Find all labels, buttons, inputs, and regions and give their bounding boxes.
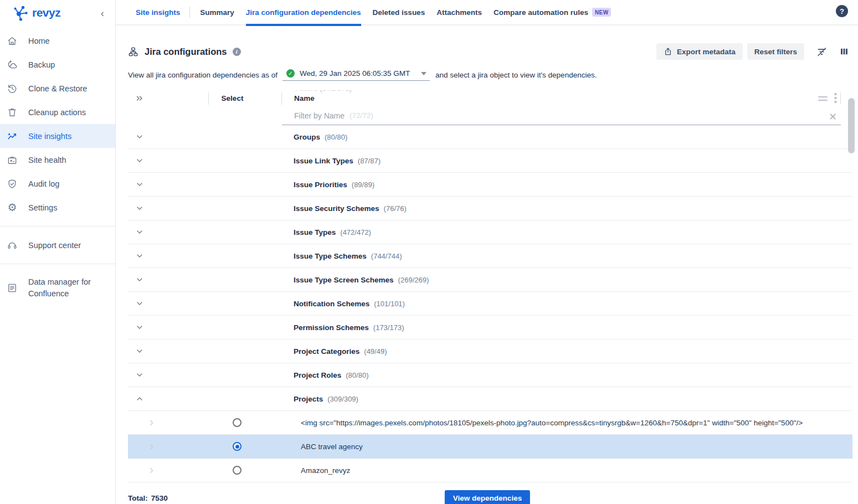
category-count: (744/744) [371,252,402,260]
chevron-down-icon[interactable] [135,347,144,356]
header-actions: Export metadata Reset filters [652,43,849,60]
tab-label: Attachments [436,8,482,17]
export-metadata-label: Export metadata [677,48,736,56]
sidebar-item-site-health[interactable]: Site health [0,148,115,172]
table-row-img-src-https-images-pexels-com-photos-1[interactable]: <img src="https://images.pexels.com/phot… [128,411,852,435]
filter-placeholder: Filter by Name [294,111,345,120]
sidebar-item-site-insights[interactable]: Site insights [0,124,115,148]
column-header-select: Select [209,94,281,102]
clear-all-filters-icon[interactable] [816,46,828,58]
project-name: ABC travel agency [301,443,363,451]
caret-down-icon [421,72,427,75]
table-row-issue-types[interactable]: Issue Types (472/472) [128,220,852,244]
table-row-issue-type-screen-schemes[interactable]: Issue Type Screen Schemes (269/269) [128,268,852,292]
column-lines-icon[interactable] [818,96,828,101]
sidebar-item-clone-restore[interactable]: Clone & Restore [0,76,115,100]
site-insights-icon [7,131,18,142]
view-dependencies-button[interactable]: View dependencies [445,490,530,504]
clear-filter-icon[interactable]: ✕ [829,112,837,122]
chevron-down-icon[interactable] [135,132,144,141]
chevron-down-icon[interactable] [135,204,144,213]
sidebar-item-settings[interactable]: ⚙ Settings [0,196,115,219]
sidebar-item-data-manager-for-confluence[interactable]: Data manager for Confluence [0,271,115,305]
sidebar-item-home[interactable]: Home [0,29,115,53]
page-title: Jira configurations [145,47,227,57]
table-row-project-categories[interactable]: Project Categories (49/49) [128,340,852,363]
tab-bar: Summary Jira configuration dependencies … [200,0,623,25]
table-row-project-roles[interactable]: Project Roles (80/80) [128,363,852,387]
sidebar-item-cleanup-actions[interactable]: Cleanup actions [0,100,115,124]
chevron-down-icon[interactable] [135,156,144,165]
tab-jira-configuration-dependencies[interactable]: Jira configuration dependencies [246,0,361,25]
info-icon[interactable]: i [233,48,241,56]
vertical-scrollbar[interactable] [848,98,855,153]
category-name: Projects [294,395,323,403]
category-count: (309/309) [327,395,358,403]
project-name: <img src="https://images.pexels.com/phot… [301,419,803,427]
backup-icon [7,59,18,70]
category-name: Project Categories [294,347,359,356]
reset-filters-button[interactable]: Reset filters [747,43,804,60]
chevron-down-icon[interactable] [135,228,144,236]
chevron-down-icon[interactable] [135,394,144,403]
breadcrumb[interactable]: Site insights [136,8,180,17]
sidebar-item-support-center[interactable]: Support center [0,233,115,257]
chevron-right-icon[interactable] [147,419,156,427]
filter-by-name-input[interactable]: Filter by Name (72/72) ✕ [282,106,841,125]
chevron-down-icon[interactable] [135,251,144,260]
table-row-abc-travel-agency[interactable]: ABC travel agency [128,435,852,459]
table-row-groups[interactable]: Groups (80/80) [128,125,852,149]
table-row-permission-schemes[interactable]: Permission Schemes (173/173) [128,316,852,340]
tab-label: Compare automation rules [494,8,588,17]
revyz-logo-icon [13,5,28,21]
sidebar-item-audit-log[interactable]: Audit log [0,172,115,196]
category-count: (80/80) [346,371,368,379]
column-menu-icon[interactable]: ••• [834,92,837,104]
table-row-issue-link-types[interactable]: Issue Link Types (87/87) [128,149,852,173]
total-value: 7530 [151,494,168,502]
radio-button[interactable] [233,466,242,475]
tab-deleted-issues[interactable]: Deleted issues [373,0,425,25]
check-circle-icon: ✓ [286,69,295,78]
logo-row: revyz ‹ [0,0,115,25]
table-row-issue-security-schemes[interactable]: Issue Security Schemes (76/76) [128,197,852,220]
export-metadata-button[interactable]: Export metadata [656,43,743,60]
category-count: (472/472) [340,228,371,236]
help-icon[interactable]: ? [836,5,848,17]
snapshot-date-value: Wed, 29 Jan 2025 06:05:35 GMT [300,69,410,78]
chevron-down-icon[interactable] [135,180,144,189]
chevron-down-icon[interactable] [135,371,144,379]
collapse-sidebar-icon[interactable]: ‹ [99,8,106,18]
radio-button[interactable] [233,418,242,427]
tab-compare-automation-rules[interactable]: Compare automation rules NEW [494,0,612,25]
category-count: (76/76) [384,204,407,213]
page-content: Jira configurations i Export metadata Re… [116,25,858,504]
sidebar-item-label: Backup [28,60,55,69]
snapshot-date-select[interactable]: ✓ Wed, 29 Jan 2025 06:05:35 GMT [282,69,430,81]
radio-button[interactable] [233,442,242,451]
chevron-down-icon[interactable] [135,323,144,332]
category-name: Issue Link Types [294,157,353,165]
manage-columns-icon[interactable] [839,47,849,56]
chevron-down-icon[interactable] [135,299,144,308]
category-name: Permission Schemes [294,323,369,332]
chevron-right-icon[interactable] [147,443,156,451]
cleanup-actions-icon [7,107,18,118]
table-row-issue-type-schemes[interactable]: Issue Type Schemes (744/744) [128,244,852,268]
table-row-amazon-revyz[interactable]: Amazon_revyz [128,459,852,482]
tab-attachments[interactable]: Attachments [436,0,482,25]
chevron-right-icon[interactable] [147,466,156,475]
table-row-notification-schemes[interactable]: Notification Schemes (101/101) [128,292,852,316]
subtitle-suffix: and select a jira object to view it's de… [435,71,597,79]
chevron-down-icon[interactable] [135,275,144,284]
table-header: Filters (871/871) Select Name ••• [128,90,852,106]
sidebar: revyz ‹ Home Backup Clone & Restore Clea… [0,0,116,504]
sidebar-item-backup[interactable]: Backup [0,53,115,76]
tab-summary[interactable]: Summary [200,0,234,25]
project-name: Amazon_revyz [301,466,350,475]
tab-label: Jira configuration dependencies [246,8,361,17]
expand-all-icon[interactable] [135,94,208,102]
table-row-projects[interactable]: Projects (309/309) [128,387,852,411]
table-row-issue-priorities[interactable]: Issue Priorities (89/89) [128,173,852,197]
table-footer: Total: 7530 View dependencies [128,490,858,504]
